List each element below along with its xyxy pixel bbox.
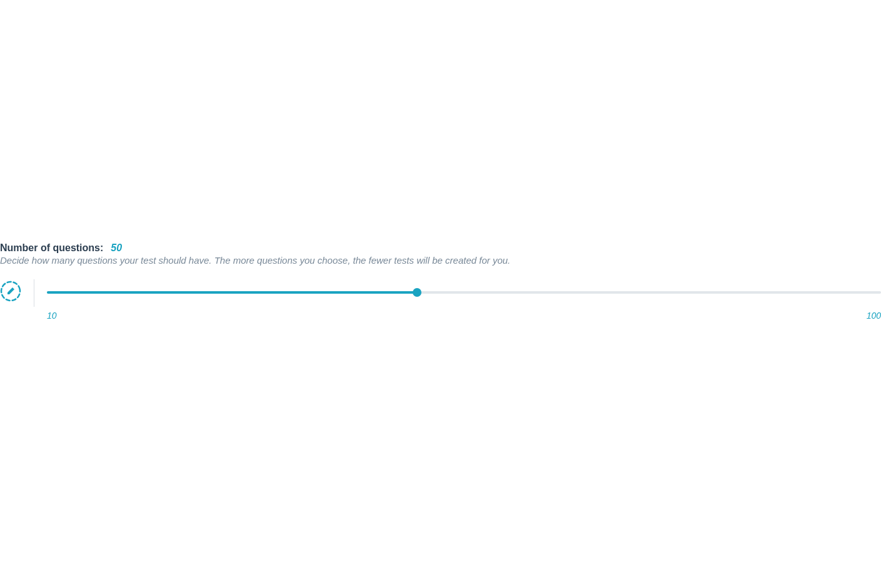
slider-column: 10 100	[47, 281, 881, 321]
slider-section: 10 100	[0, 281, 881, 321]
slider-min-label: 10	[47, 311, 57, 321]
question-count-description: Decide how many questions your test shou…	[0, 255, 881, 266]
slider-thumb[interactable]	[413, 288, 421, 297]
slider-max-label: 100	[867, 311, 881, 321]
slider-track-fill	[47, 291, 417, 294]
slider-labels: 10 100	[47, 311, 881, 321]
question-count-slider[interactable]	[47, 288, 881, 297]
vertical-divider	[34, 279, 34, 307]
edit-icon	[0, 281, 21, 302]
question-count-value: 50	[111, 242, 122, 254]
question-count-header: Number of questions: 50	[0, 242, 881, 254]
question-count-title: Number of questions:	[0, 242, 103, 254]
